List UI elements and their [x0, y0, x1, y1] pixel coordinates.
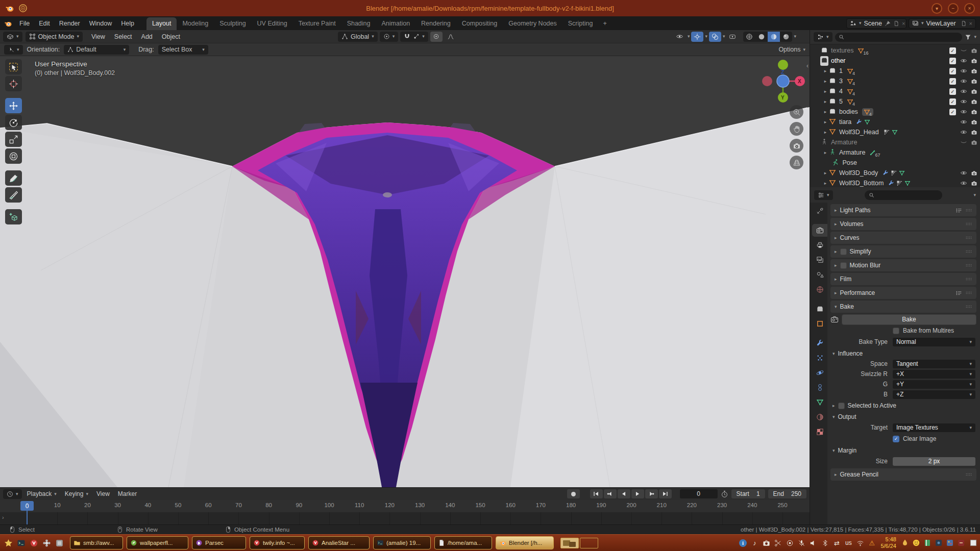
bake-type-dropdown[interactable]: Normal▾ — [893, 338, 975, 346]
outliner-row-wolf3d-head[interactable]: ▸Wolf3D_Head — [810, 127, 980, 137]
render-camera-icon[interactable] — [970, 67, 978, 75]
taskbar-window-7[interactable]: Blender [/h... — [496, 536, 554, 549]
options-dropdown[interactable]: Options ▾ — [778, 46, 805, 53]
section-curves[interactable]: ▸ Curves — [830, 232, 976, 244]
camera-tray-icon[interactable] — [762, 539, 770, 547]
outliner-row-armature[interactable]: Armature — [810, 137, 980, 147]
tool-transform[interactable] — [5, 148, 22, 164]
bluetooth-tray-icon[interactable] — [821, 539, 829, 547]
render-camera-icon[interactable] — [970, 129, 978, 136]
show-gizmo-button[interactable] — [691, 32, 703, 42]
launcher-terminal[interactable] — [16, 538, 26, 548]
drag-setting-dropdown[interactable]: Select Box ▾ — [158, 45, 208, 55]
jump-to-start-button[interactable] — [590, 489, 603, 498]
checkbox-checked[interactable]: ✓ — [949, 88, 956, 95]
tab-sculpting[interactable]: Sculpting — [214, 17, 251, 30]
menu-window[interactable]: Window — [85, 18, 116, 29]
properties-search-input[interactable] — [865, 190, 942, 200]
timeline-expand-icon[interactable]: › — [2, 514, 4, 520]
tool-measure[interactable] — [5, 187, 22, 203]
tab-rendering[interactable]: Rendering — [415, 17, 456, 30]
tab-scripting[interactable]: Scripting — [562, 17, 599, 30]
viewlayer-selector[interactable]: ▾ ViewLayer × — [909, 18, 976, 29]
new-scene-icon[interactable] — [893, 20, 899, 27]
perspective-toggle-button[interactable] — [790, 156, 803, 169]
viewport-menu-object[interactable]: Object — [157, 32, 185, 42]
orientation-dropdown[interactable]: Global ▾ — [338, 32, 378, 42]
keyboard-layout[interactable]: us — [844, 539, 852, 547]
section-motion-blur[interactable]: ▸ Motion Blur — [830, 259, 976, 271]
expand-icon[interactable]: ▸ — [822, 79, 828, 84]
properties-tab-modifier[interactable] — [812, 337, 827, 349]
outliner-row-4[interactable]: ▸44✓ — [810, 86, 980, 96]
checkbox-checked[interactable]: ✓ — [949, 78, 956, 85]
tab-uv-editing[interactable]: UV Editing — [252, 17, 293, 30]
frame-end-field[interactable]: End 250 — [768, 489, 806, 498]
taskbar-window-4[interactable]: AnalieStar ... — [308, 536, 370, 549]
render-camera-icon[interactable] — [970, 57, 978, 65]
checkbox-checked[interactable]: ✓ — [949, 109, 956, 115]
tab-modeling[interactable]: Modeling — [177, 17, 214, 30]
expand-icon[interactable]: ▸ — [822, 68, 828, 73]
tab-animation[interactable]: Animation — [376, 17, 416, 30]
play-reverse-button[interactable] — [618, 489, 630, 498]
menu-file[interactable]: File — [15, 18, 34, 29]
render-camera-icon[interactable] — [970, 139, 978, 146]
menu-help[interactable]: Help — [116, 18, 139, 29]
timeline-menu-keying[interactable]: Keying▾ — [61, 489, 92, 498]
active-tool-dropdown[interactable]: ▾ — [4, 45, 23, 55]
editor-type-selector[interactable]: ▾ — [3, 32, 22, 42]
section-volumes[interactable]: ▸ Volumes — [830, 218, 976, 230]
auto-keyframe-button[interactable] — [567, 489, 580, 498]
launcher-media[interactable] — [29, 538, 39, 548]
checkbox-checked[interactable]: ✓ — [949, 47, 956, 54]
outliner-row-1[interactable]: ▸14✓ — [810, 66, 980, 76]
properties-tab-viewlayer[interactable] — [812, 254, 827, 266]
tab-layout[interactable]: Layout — [146, 17, 177, 30]
unlink-scene-icon[interactable]: × — [902, 20, 905, 27]
outliner-row-bodies[interactable]: ▸bodies4✓ — [810, 107, 980, 117]
section-performance[interactable]: ▸ Performance — [830, 287, 976, 299]
visibility-eye-icon[interactable] — [960, 129, 967, 136]
margin-size-slider[interactable]: 2 px — [893, 457, 975, 466]
mic-off-tray-icon[interactable] — [797, 539, 805, 547]
outliner-row-5[interactable]: ▸54✓ — [810, 96, 980, 107]
properties-tab-object[interactable] — [812, 317, 827, 330]
selected-to-active-checkbox[interactable] — [838, 403, 845, 409]
expand-icon[interactable]: ▸ — [822, 89, 828, 94]
section-checkbox[interactable] — [840, 262, 847, 269]
add-workspace-button[interactable]: + — [599, 18, 610, 29]
expand-icon[interactable]: ▸ — [822, 99, 828, 104]
current-frame-field[interactable]: 0 — [680, 489, 718, 498]
checkbox-checked[interactable]: ✓ — [949, 98, 956, 105]
outliner-row-tiara[interactable]: ▸tiara — [810, 117, 980, 127]
orientation-setting-dropdown[interactable]: Default ▾ — [64, 45, 129, 55]
snap-dropdown[interactable]: ▾ — [400, 32, 428, 42]
timeline-editor-selector[interactable]: ▾ — [3, 489, 22, 499]
taskbar-window-6[interactable]: /home/ama... — [434, 536, 492, 549]
redsq-tray-icon[interactable] — [957, 539, 965, 547]
checkbox-checked[interactable]: ✓ — [949, 68, 956, 74]
tool-rotate[interactable] — [5, 115, 22, 130]
render-camera-icon[interactable] — [970, 88, 978, 95]
xray-button[interactable] — [726, 32, 739, 42]
outliner-row-wolf3d-bottom[interactable]: ▸Wolf3D_Bottom — [810, 178, 980, 188]
tool-add-cube[interactable] — [5, 209, 22, 224]
workspace-1[interactable] — [560, 538, 579, 548]
window-minimize-button[interactable]: − — [948, 3, 959, 14]
chevron-down-icon[interactable]: ▾ — [973, 193, 976, 197]
playhead[interactable] — [27, 511, 28, 524]
swap-tray-icon[interactable]: ⇄ — [832, 539, 841, 547]
timeline-menu-marker[interactable]: Marker — [114, 489, 141, 498]
taskbar-window-2[interactable]: Parsec — [192, 536, 246, 549]
tab-shading[interactable]: Shading — [341, 17, 376, 30]
workspace-2[interactable] — [580, 538, 598, 548]
expand-icon[interactable]: ▸ — [822, 119, 828, 124]
expand-icon[interactable]: ▸ — [822, 150, 828, 155]
visibility-eye-icon[interactable] — [960, 169, 967, 177]
bake-button[interactable]: Bake — [842, 314, 976, 325]
tool-scale[interactable] — [5, 132, 22, 147]
outliner-row-textures[interactable]: textures16✓ — [810, 45, 980, 56]
field-g-dropdown[interactable]: +Y▾ — [893, 380, 975, 389]
drop-tray-icon[interactable] — [901, 539, 909, 547]
